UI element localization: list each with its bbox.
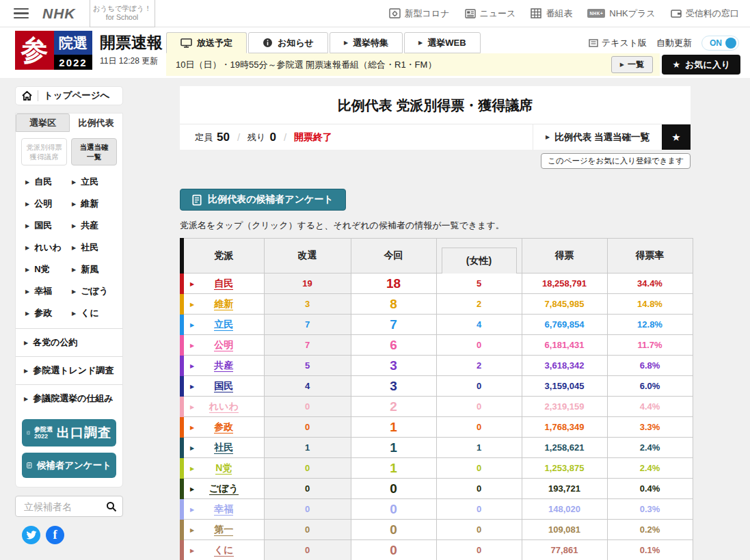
sidebar-party-link-新風[interactable]: ▶新風 [72,263,118,276]
cell-party: ▶ごぼう [182,479,264,499]
text-version-link[interactable]: テキスト版 [589,37,647,49]
sidebar-sub-button-当選当確[interactable]: 当選当確一覧 [71,138,117,165]
favorite-button[interactable]: ★ お気に入り [662,55,740,75]
sanin-sen-logo[interactable]: 参 院選 2022 [15,31,92,70]
exit-poll-tag1: 参院選 [34,426,53,433]
arrow-icon: ▶ [72,201,76,207]
sidebar-link-参院選トレンド調査[interactable]: ▶参院選トレンド調査 [16,356,122,384]
facebook-icon[interactable]: f [46,526,64,544]
arrow-icon: ▶ [344,40,348,46]
cell-kaisen: 1 [264,438,351,458]
sidebar-top-page-link[interactable]: トップページへ [15,86,123,105]
covid-link[interactable]: 新型コロナ [389,8,450,20]
sidebar-party-link-社民[interactable]: ▶社民 [72,241,118,254]
tab-お知らせ[interactable]: お知らせ [248,32,328,53]
sidebar-party-link-自民[interactable]: ▶自民 [25,176,72,188]
search-icon[interactable] [106,501,117,512]
sidebar-link-参議院選挙の仕組み[interactable]: ▶参議院選挙の仕組み [16,384,122,412]
cell-party: ▶立民 [182,315,264,335]
content: トップページへ 選挙区比例代表 党派別得票獲得議席当選当確一覧 ▶自民▶立民▶公… [0,78,750,560]
sidebar-sub-button-党派別得票: 党派別得票獲得議席 [21,138,67,165]
twitter-icon[interactable] [22,526,40,544]
party-link[interactable]: N党 [215,462,232,475]
party-link-label: 新風 [81,263,98,276]
party-link[interactable]: 公明 [214,339,233,351]
news-link[interactable]: ニュース [465,8,516,20]
search-input[interactable] [23,501,106,513]
sidebar-party-link-くに[interactable]: ▶くに [72,307,118,319]
cell-konkai: 0 [351,520,436,540]
fee-link[interactable]: 受信料の窓口 [671,8,739,20]
table-row: ▶国民4303,159,0456.0% [182,376,693,397]
auto-update-toggle[interactable]: ON [701,36,739,51]
topbar-link-label: 受信料の窓口 [686,8,739,20]
cell-party: ▶N党 [182,458,264,479]
cell-konkai: 3 [351,356,436,376]
schedule-link[interactable]: 番組表 [531,8,572,20]
party-link[interactable]: 立民 [214,319,233,331]
winners-list-link[interactable]: ▶ 比例代表 当選当確一覧 [533,124,662,150]
nhk-for-school-link[interactable]: おうちで学ぼう！ for School [90,0,155,27]
list-button[interactable]: ▶ 一覧 [611,56,653,73]
cell-votes: 148,020 [522,499,607,520]
party-link[interactable]: 幸福 [214,503,233,516]
cell-rate: 0.4% [607,479,693,499]
exit-poll-button[interactable]: 参院選 2022 出口調査 [22,419,116,446]
table-row: ▶N党0101,253,8752.4% [182,458,693,479]
party-link[interactable]: くに [214,544,234,557]
party-link[interactable]: 共産 [214,360,233,372]
sidebar-party-link-幸福[interactable]: ▶幸福 [25,285,72,297]
party-link[interactable]: 社民 [214,442,233,454]
party-link[interactable]: 第一 [214,524,233,536]
sidebar-party-link-N党[interactable]: ▶N党 [25,263,72,276]
cell-kaisen: 5 [264,356,351,376]
cell-kaisen: 0 [264,540,351,560]
arrow-icon: ▶ [25,289,29,295]
sidebar-party-link-国民[interactable]: ▶国民 [25,219,72,232]
menu-icon[interactable] [14,8,29,19]
logo-kanji: 参 [15,31,54,70]
nhk-logo[interactable]: NHK [42,5,76,22]
cell-konkai: 0 [351,499,436,520]
party-link[interactable]: 維新 [214,298,233,310]
party-link[interactable]: れいわ [209,401,239,413]
sidebar-tabs: 選挙区比例代表 [16,114,122,132]
tab-選挙特集[interactable]: ▶選挙特集 [330,32,403,53]
sub-button-line1: 当選当確 [72,142,116,152]
party-link[interactable]: ごぼう [209,483,239,495]
party-link[interactable]: 国民 [214,380,233,392]
sidebar-party-link-共産[interactable]: ▶共産 [72,219,118,232]
column-header-改選: 改選 [264,239,351,274]
sidebar-party-link-参政[interactable]: ▶参政 [25,307,72,319]
party-link[interactable]: 自民 [214,278,233,290]
survey-doc-icon [192,194,202,206]
sidebar-tab-比例代表[interactable]: 比例代表 [70,114,122,132]
sidebar-link-各党の公約[interactable]: ▶各党の公約 [16,328,122,356]
sidebar-party-link-ごぼう[interactable]: ▶ごぼう [72,285,118,297]
sidebar-party-links: ▶自民▶立民▶公明▶維新▶国民▶共産▶れいわ▶社民▶N党▶新風▶幸福▶ごぼう▶参… [16,171,122,328]
nhkplus-link[interactable]: NHK+NHKプラス [587,8,655,20]
cell-rate: 6.0% [607,376,693,397]
remaining-label: 残り [247,131,265,144]
party-link-label: 自民 [34,176,52,188]
sidebar-party-link-れいわ[interactable]: ▶れいわ [25,241,72,254]
bookmark-star-button[interactable]: ★ [662,124,691,150]
cell-kaisen: 7 [264,315,351,335]
sidebar-party-link-維新[interactable]: ▶維新 [72,198,118,210]
arrow-icon: ▶ [72,179,76,185]
toggle-knob-icon [725,38,736,49]
sidebar-tab-選挙区[interactable]: 選挙区 [16,114,70,132]
sidebar-party-link-公明[interactable]: ▶公明 [25,198,72,210]
candidate-survey-button[interactable]: 候補者アンケート [22,453,116,478]
arrow-icon: ▶ [190,321,194,328]
sidebar-party-link-立民[interactable]: ▶立民 [72,176,118,188]
cell-rate: 2.4% [607,438,693,458]
party-link-label: ごぼう [81,285,108,297]
pr-candidate-survey-button[interactable]: 比例代表の候補者アンケート [180,189,346,211]
cell-votes: 18,258,791 [522,274,607,294]
tab-放送予定[interactable]: 放送予定 [166,32,247,53]
tab-選挙WEB[interactable]: ▶選挙WEB [404,32,481,53]
cell-josei: 5 [436,274,522,294]
table-row: ▶れいわ0202,319,1594.4% [182,397,693,417]
party-link[interactable]: 参政 [214,421,233,434]
